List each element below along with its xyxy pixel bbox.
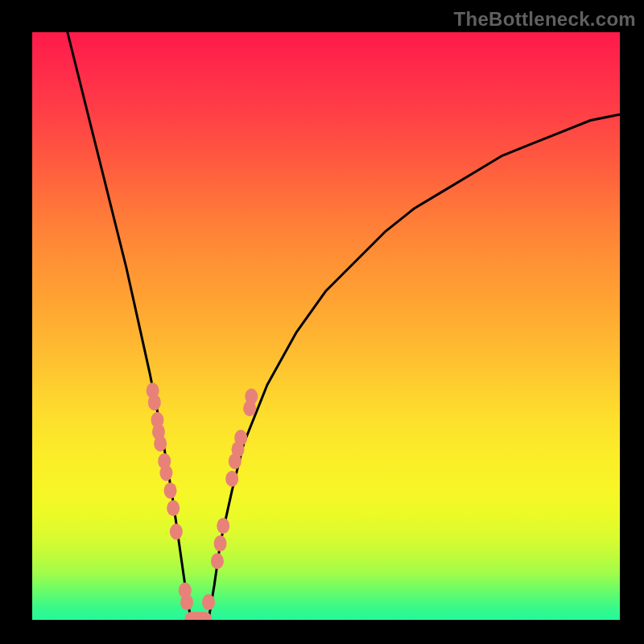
data-marker: [196, 612, 209, 620]
data-marker: [232, 441, 245, 457]
data-marker: [234, 430, 247, 446]
data-marker: [184, 612, 197, 620]
data-marker: [147, 382, 159, 398]
data-marker: [217, 518, 229, 534]
data-marker: [167, 500, 180, 516]
left-marker-cluster: [147, 382, 206, 620]
watermark-text: TheBottleneck.com: [454, 8, 636, 31]
data-marker: [214, 535, 227, 551]
data-marker: [179, 583, 192, 599]
data-marker: [170, 524, 183, 540]
curve-path: [68, 32, 620, 620]
data-marker: [199, 612, 212, 620]
data-marker: [164, 482, 177, 498]
data-marker: [154, 436, 167, 452]
data-marker: [245, 389, 258, 405]
data-marker: [158, 453, 171, 469]
data-marker: [211, 553, 224, 569]
plot-area: [32, 32, 620, 620]
data-marker: [151, 412, 163, 428]
chart-container: TheBottleneck.com: [0, 0, 644, 644]
data-marker: [188, 612, 200, 620]
bottleneck-curve: [68, 32, 620, 620]
data-marker: [225, 471, 238, 487]
data-marker: [202, 594, 215, 610]
data-marker: [229, 453, 242, 469]
data-marker: [193, 612, 206, 620]
data-marker: [190, 612, 203, 620]
data-marker: [159, 465, 172, 481]
chart-svg: [32, 32, 620, 620]
data-marker: [152, 423, 165, 440]
right-marker-cluster: [196, 389, 258, 620]
data-marker: [180, 594, 193, 610]
data-marker: [243, 400, 256, 416]
data-marker: [148, 394, 161, 411]
